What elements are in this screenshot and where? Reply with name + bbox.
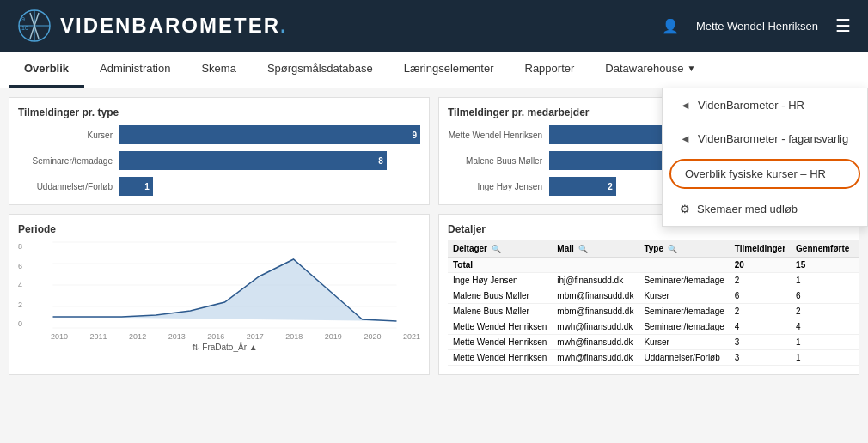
bar-value-inge: 2: [608, 182, 613, 191]
table-row: Mette Wendel Henriksen mwh@finansudd.dk …: [448, 319, 859, 335]
dropdown-vb-fagansvarlig[interactable]: ◄ VidenBarometer - fagansvarlig: [663, 122, 867, 155]
th-tilmeldinger: Tilmeldinger: [730, 240, 791, 258]
cell-gen-4: 1: [791, 335, 854, 350]
x-2021: 2021: [403, 332, 420, 341]
cell-tilm-0: 2: [730, 273, 791, 288]
y-label-6: 6: [18, 262, 22, 270]
x-2019: 2019: [325, 332, 342, 341]
search-icon-type[interactable]: 🔍: [668, 245, 677, 253]
cell-var-2: 2: [854, 304, 859, 319]
dropdown-overblik-fysiske-kurser[interactable]: Overblik fysiske kurser – HR: [669, 159, 860, 189]
nav-rapporter[interactable]: Rapporter: [510, 52, 590, 88]
th-deltager: Deltager 🔍: [448, 240, 552, 258]
cell-tilm-1: 6: [730, 288, 791, 304]
nav-laeringselementer[interactable]: Læringselementer: [388, 52, 510, 88]
bar-label-uddannelser: Uddannelser/Forløb: [18, 182, 113, 191]
nav-datawarehouse[interactable]: Datawarehouse ▼: [590, 52, 711, 88]
logo-area: 9 10 VidenBarometer.: [17, 9, 288, 43]
details-table: Deltager 🔍 Mail 🔍 Type 🔍 Tilmeldinger Ge…: [448, 240, 859, 366]
search-icon-deltager[interactable]: 🔍: [492, 245, 501, 253]
total-gennemfoerte: 15: [791, 258, 854, 273]
hamburger-icon[interactable]: ☰: [835, 15, 851, 36]
cell-mail-5: mwh@finansudd.dk: [552, 350, 639, 366]
cell-type-1: Kurser: [639, 288, 729, 304]
cell-type-0: Seminarer/temadage: [639, 273, 729, 288]
th-gennemfoerte: Gennemførte: [791, 240, 854, 258]
nav-skema[interactable]: Skema: [186, 52, 251, 88]
y-label-2: 2: [18, 300, 22, 309]
x-2012: 2012: [129, 332, 146, 341]
table-row: Inge Høy Jensen ihj@finansudd.dk Seminar…: [448, 273, 859, 288]
table-row: Malene Buus Møller mbm@finansudd.dk Kurs…: [448, 288, 859, 304]
bar-wrapper-uddannelser: 1: [119, 177, 420, 196]
arrow-left-icon2: ◄: [680, 132, 691, 145]
y-label-4: 4: [18, 281, 22, 289]
x-2011: 2011: [90, 332, 107, 341]
cell-mail-1: mbm@finansudd.dk: [552, 288, 639, 304]
dropdown-skemaer-med-udloeb[interactable]: ⚙ Skemaer med udløb: [663, 192, 867, 226]
bar-inge: 2: [549, 177, 616, 196]
details-container: Detaljer Deltager 🔍 Mail 🔍 Type 🔍: [438, 214, 859, 375]
table-row: Mette Wendel Henriksen mwh@finansudd.dk …: [448, 350, 859, 366]
bar-label-seminarer: Seminarer/temadage: [18, 156, 113, 166]
periode-container: Periode 8 6 4 2 0: [9, 214, 430, 375]
table-row: Malene Buus Møller mbm@finansudd.dk Semi…: [448, 304, 859, 319]
cell-mail-0: ihj@finansudd.dk: [552, 273, 639, 288]
nav-administration[interactable]: Administration: [84, 52, 186, 88]
nav-overblik[interactable]: Overblik: [9, 52, 84, 88]
cell-gen-1: 6: [791, 288, 854, 304]
periode-svg-container: 2010 2011 2012 2013 2016 2017 2018 2019 …: [29, 242, 420, 352]
cell-gen-5: 1: [791, 350, 854, 366]
caret-icon: ▼: [687, 64, 695, 73]
sort-icon: ⇅: [192, 343, 199, 352]
logo-icon: 9 10: [17, 9, 52, 43]
cell-tilm-2: 2: [730, 304, 791, 319]
bar-value-uddannelser: 1: [144, 182, 150, 191]
cell-deltager-0: Inge Høy Jensen: [448, 273, 552, 288]
cell-gen-2: 2: [791, 304, 854, 319]
periode-svg: [29, 242, 420, 328]
cell-deltager-2: Malene Buus Møller: [448, 304, 552, 319]
cell-gen-3: 4: [791, 319, 854, 335]
cell-deltager-1: Malene Buus Møller: [448, 288, 552, 304]
x-2010: 2010: [51, 332, 68, 341]
cell-type-2: Seminarer/temadage: [639, 304, 729, 319]
user-name: Mette Wendel Henriksen: [696, 20, 818, 33]
cell-mail-4: mwh@finansudd.dk: [552, 335, 639, 350]
x-axis-labels: 2010 2011 2012 2013 2016 2017 2018 2019 …: [29, 332, 420, 341]
x-axis-control[interactable]: ⇅ FraDato_År ▲: [29, 343, 420, 352]
bar-row-uddannelser: Uddannelser/Forløb 1: [18, 177, 420, 196]
bar-label-malene: Malene Buus Møller: [448, 156, 542, 166]
dropdown-vb-hr[interactable]: ◄ VidenBarometer - HR: [663, 88, 867, 122]
table-total-row: Total 20 15 262 27: [448, 258, 859, 273]
bar-row-seminarer: Seminarer/temadage 8: [18, 151, 420, 170]
cell-type-4: Kurser: [639, 335, 729, 350]
x-2020: 2020: [364, 332, 381, 341]
cell-var-3: 8: [854, 319, 859, 335]
dropdown-menu: ◄ VidenBarometer - HR ◄ VidenBarometer -…: [662, 88, 868, 227]
bar-value-seminarer: 8: [378, 156, 383, 166]
user-icon: 👤: [662, 18, 679, 34]
bar-label-kurser: Kurser: [18, 130, 113, 140]
chart-type-bars: Kurser 9 Seminarer/temadage 8 Uddannelse…: [18, 125, 420, 196]
svg-marker-12: [53, 259, 397, 321]
cell-var-5: 221: [854, 350, 859, 366]
search-icon-mail[interactable]: 🔍: [578, 245, 588, 253]
total-varighed: 262: [854, 258, 859, 273]
total-label: Total: [448, 258, 552, 273]
x-2013: 2013: [168, 332, 186, 341]
table-body: Total 20 15 262 27 Inge Høy Jensen ihj@f…: [448, 258, 859, 366]
cell-gen-0: 1: [791, 273, 854, 288]
header: 9 10 VidenBarometer. 👤 Mette Wendel Henr…: [0, 0, 868, 52]
th-varighed: Varighed (Dage): [854, 240, 859, 258]
periode-title: Periode: [18, 223, 420, 235]
arrow-left-icon: ◄: [680, 99, 691, 112]
svg-text:9: 9: [21, 16, 25, 22]
x-2017: 2017: [247, 332, 264, 341]
svg-text:10: 10: [21, 25, 28, 31]
y-label-8: 8: [18, 242, 22, 251]
gear-icon: ⚙: [680, 203, 690, 215]
cell-var-0: 1: [854, 273, 859, 288]
nav-spoergsmaalsdatabase[interactable]: Spørgsmålsdatabase: [252, 52, 388, 88]
cell-var-1: 25: [854, 288, 859, 304]
